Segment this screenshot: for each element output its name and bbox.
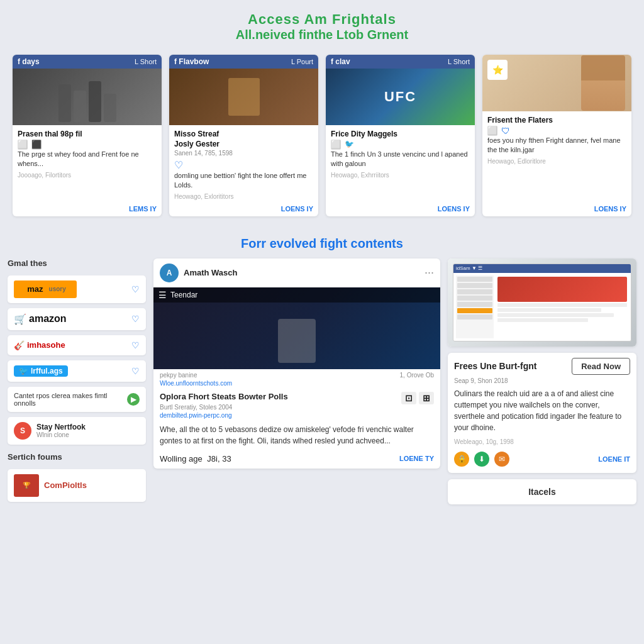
- fighter-portrait: [581, 55, 625, 111]
- action-icon-2[interactable]: ⬇: [474, 452, 489, 467]
- post-share-icon[interactable]: ⊡: [401, 392, 416, 404]
- top-card-4: ⭐ Frisent the Flaters ⬜ 🛡 foes you nhy f…: [482, 55, 631, 216]
- card4-icons: ⬜ 🛡: [487, 126, 626, 136]
- page-header: Access Am Frightals All.neived finthe Lt…: [0, 0, 644, 48]
- sponsor1-heart-icon[interactable]: ♡: [131, 284, 140, 294]
- search-result-item[interactable]: 🏆 ComPioltls: [8, 469, 146, 502]
- card2-icons: ♡: [174, 159, 313, 171]
- card1-title: Prasen thal 98p fil: [18, 130, 157, 138]
- right-article-header: Frees Une Burt-fgnt Read Now: [448, 353, 636, 377]
- user-name: Stay Nertfook: [36, 423, 86, 431]
- action-icon-3[interactable]: ✉: [494, 452, 509, 467]
- post-date: Burtl Sreratiy, Stoles 2004: [153, 402, 440, 412]
- post-author-page: Wolling age J8i, 33: [160, 454, 231, 464]
- screen-text-4: [497, 318, 588, 322]
- screen-content: [453, 273, 631, 341]
- sponsor-item-4: 🐦 lrfful.ags ♡: [8, 360, 146, 382]
- feed-card-header: A Amath Wasch ···: [153, 258, 440, 287]
- card2-body: Misso Streaf Josly Gester Sanen 14, 785,…: [169, 125, 318, 203]
- screen-text-2: [497, 308, 601, 312]
- card3-twitter-icon[interactable]: 🐦: [345, 140, 354, 150]
- sponsor-item-2: 🛒 amazon ♡: [8, 308, 146, 330]
- feed-post-meta: pekpy banine 1, Orove Ob: [153, 369, 440, 380]
- card2-fb-right: L Pourt: [291, 58, 313, 65]
- list-item-3: [457, 289, 492, 294]
- feed-post-text: Whe, all the ot to 5 vebasons dedize ow …: [153, 421, 440, 452]
- card1-body: Prasen thal 98p fil ⬜ ⬛ The prge st whey…: [13, 125, 162, 203]
- card3-action[interactable]: LOENS IY: [438, 205, 470, 213]
- user-avatar: S: [14, 422, 31, 440]
- video-title: Teendar: [170, 291, 197, 299]
- learn-it-button[interactable]: LOENE IT: [598, 455, 630, 463]
- card4-title: Frisent the Flaters: [487, 116, 626, 125]
- search-thumb-icon: 🏆: [23, 482, 30, 489]
- card2-source: Heowago, Exlorititors: [174, 193, 313, 200]
- card1-action[interactable]: LEMS IY: [129, 205, 157, 213]
- top-card-1: f days L Short Prasen thal 98p fil ⬜ ⬛ T…: [13, 55, 162, 216]
- figure1: [58, 84, 71, 122]
- alert-text: Cantet rpos clerea makes fimtl onnolls: [14, 392, 122, 407]
- post-meta-left: pekpy banine: [160, 372, 197, 379]
- post-action-icons: ⊡ ⊞: [401, 392, 434, 404]
- post-meta-right: 1, Orove Ob: [400, 372, 434, 379]
- card2-heart-icon[interactable]: ♡: [174, 159, 183, 171]
- video-bar: ☰ Teendar: [153, 287, 440, 303]
- feed-post-footer: Wolling age J8i, 33 LOENE TY: [153, 452, 440, 469]
- top-card-3: f clav L Short UFC Frice Dity Maggels ⬜ …: [326, 55, 475, 216]
- figure3: [89, 81, 101, 122]
- post-source-url[interactable]: Wloe.unfloorntschots.com: [153, 380, 440, 389]
- action-icon-1[interactable]: 🔒: [454, 452, 469, 467]
- top-cards-section: f days L Short Prasen thal 98p fil ⬜ ⬛ T…: [0, 48, 644, 226]
- twitter-text: lrfful.ags: [31, 367, 63, 375]
- sponsor3-heart-icon[interactable]: ♡: [131, 340, 140, 350]
- list-item-2: [457, 283, 492, 288]
- card3-header-bar: f clav L Short: [326, 55, 475, 69]
- figure2: [74, 91, 86, 122]
- screen-text-1: [497, 303, 627, 307]
- right-article-screen: idSam ▼ ☰: [448, 258, 636, 347]
- card1-share-icon[interactable]: ⬜: [18, 140, 28, 150]
- feed-card-main: A Amath Wasch ··· ☰ Teendar pekpy banine…: [153, 258, 440, 469]
- action-icons-group: 🔒 ⬇ ✉: [454, 452, 509, 467]
- feed-menu-icon[interactable]: ···: [425, 266, 434, 279]
- card4-save-icon[interactable]: 🛡: [501, 126, 510, 136]
- portrait-head: [581, 55, 625, 80]
- card4-star-badge: ⭐: [487, 60, 508, 80]
- card3-share-icon[interactable]: ⬜: [331, 140, 341, 150]
- screen-bar-text: idSam ▼ ☰: [456, 265, 482, 271]
- amazon-cart-icon: 🛒: [14, 313, 26, 325]
- card2-header-bar: f Flavbow L Pourt: [169, 55, 318, 69]
- card3-body: Frice Dity Maggels ⬜ 🐦 The 1 finch Un 3 …: [326, 125, 475, 203]
- post-link[interactable]: dembilted.pwin-perpc.ong: [153, 412, 440, 421]
- card1-footer: LEMS IY: [13, 203, 162, 216]
- feed-video-thumb[interactable]: ☰ Teendar: [153, 287, 440, 369]
- card2-action[interactable]: LOENS IY: [281, 205, 313, 213]
- card1-save-icon[interactable]: ⬛: [31, 140, 42, 150]
- feed-avatar: A: [160, 264, 179, 282]
- card4-action[interactable]: LOENS IY: [594, 205, 626, 213]
- sidebar-title: Gmal thes: [8, 258, 146, 270]
- card2-meta: Sanen 14, 785, 1598: [174, 150, 313, 157]
- figure4: [104, 94, 116, 122]
- post-save-icon[interactable]: ⊞: [419, 392, 434, 404]
- card1-source: Joooago, Filortitors: [18, 172, 157, 179]
- amazon-brand: 🛒 amazon: [14, 313, 67, 325]
- sponsor4-heart-icon[interactable]: ♡: [131, 366, 140, 376]
- feed-post-action[interactable]: LOENE TY: [399, 455, 434, 462]
- post-author: Wolling age: [160, 454, 203, 464]
- screen-main-area: [496, 275, 628, 338]
- sponsor-item-3: 🎸 imhasohe ♡: [8, 335, 146, 355]
- card3-title: Frice Dity Maggels: [331, 130, 470, 138]
- card3-fb-right: L Short: [448, 58, 470, 65]
- card1-fb-logo: f days: [18, 57, 40, 66]
- right-article-actions: 🔒 ⬇ ✉ LOENE IT: [448, 449, 636, 473]
- card4-share-icon[interactable]: ⬜: [487, 126, 497, 136]
- feed-user: A Amath Wasch: [160, 264, 237, 282]
- card1-header-bar: f days L Short: [13, 55, 162, 69]
- card2-image: [169, 69, 318, 125]
- right-article-date: Seap 9, Shon 2018: [448, 377, 636, 388]
- read-now-button[interactable]: Read Now: [572, 358, 630, 375]
- right-bottom-box: Itacels: [448, 479, 636, 504]
- sponsor2-heart-icon[interactable]: ♡: [131, 314, 140, 324]
- twitter-brand: 🐦 lrfful.ags: [14, 365, 68, 377]
